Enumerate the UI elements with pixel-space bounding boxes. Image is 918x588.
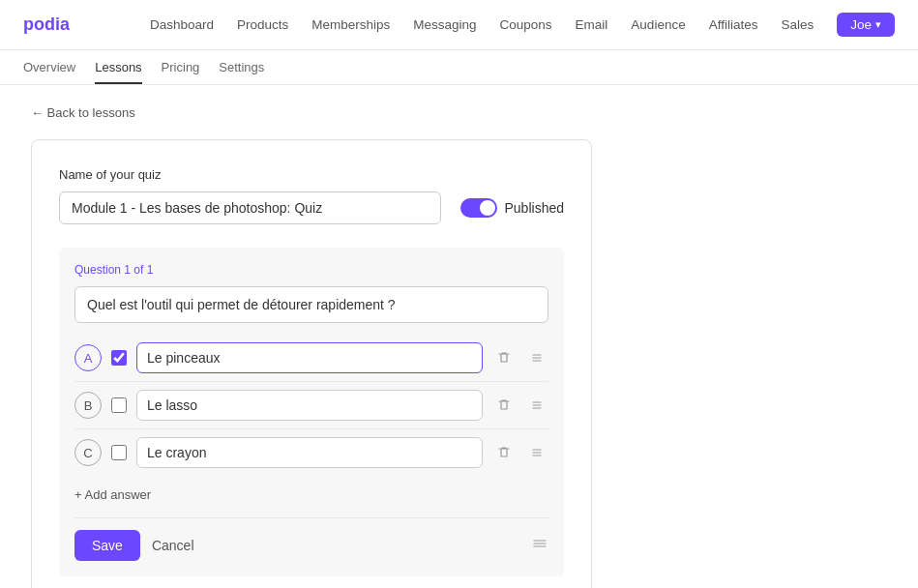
delete-answer-c-button[interactable] — [492, 443, 516, 462]
answer-row-b: B — [74, 382, 548, 429]
nav-products[interactable]: Products — [237, 17, 288, 32]
subnav-settings[interactable]: Settings — [219, 60, 264, 84]
nav-dashboard[interactable]: Dashboard — [150, 17, 214, 32]
subnav-pricing[interactable]: Pricing — [162, 60, 200, 84]
nav-audience[interactable]: Audience — [631, 17, 685, 32]
answer-row-c: C — [74, 429, 548, 476]
answer-input-b[interactable] — [136, 390, 483, 421]
drag-icon — [531, 539, 548, 555]
nav-affiliates[interactable]: Affiliates — [709, 17, 758, 32]
nav-email[interactable]: Email — [576, 17, 608, 32]
subnav-lessons[interactable]: Lessons — [95, 60, 141, 84]
quiz-name-input[interactable] — [59, 191, 441, 224]
answer-correct-checkbox-c[interactable] — [111, 445, 127, 460]
published-toggle-group: Published — [460, 198, 565, 218]
logo: podia — [23, 15, 70, 35]
question-section: Question 1 of 1 A B — [59, 248, 564, 576]
answer-letter-a: A — [74, 344, 102, 371]
back-to-lessons-link[interactable]: ← Back to lessons — [31, 105, 135, 120]
delete-answer-a-button[interactable] — [492, 348, 516, 368]
save-button[interactable]: Save — [74, 530, 140, 561]
user-menu-button[interactable]: Joe — [837, 13, 895, 37]
answers-list: A B — [74, 335, 548, 476]
subnav-overview[interactable]: Overview — [23, 60, 75, 84]
answer-letter-c: C — [74, 439, 102, 466]
published-toggle[interactable] — [460, 198, 497, 218]
drag-answer-b-button[interactable] — [525, 396, 548, 415]
answer-letter-b: B — [74, 392, 102, 419]
nav-memberships[interactable]: Memberships — [311, 17, 390, 32]
quiz-card: Name of your quiz Published Question 1 o… — [31, 139, 592, 588]
cancel-button[interactable]: Cancel — [152, 538, 194, 553]
action-bar-right — [531, 535, 548, 556]
nav-coupons[interactable]: Coupons — [500, 17, 552, 32]
answer-correct-checkbox-b[interactable] — [111, 397, 127, 413]
toggle-slider — [460, 198, 497, 218]
page: ← Back to lessons Name of your quiz Publ… — [0, 85, 918, 588]
question-counter: Question 1 of 1 — [74, 263, 548, 277]
subnav: Overview Lessons Pricing Settings — [0, 50, 918, 85]
nav-links: Dashboard Products Memberships Messaging… — [150, 13, 895, 37]
quiz-name-label: Name of your quiz — [59, 167, 564, 182]
answer-input-c[interactable] — [136, 437, 483, 468]
quiz-name-row: Published — [59, 191, 564, 224]
nav-messaging[interactable]: Messaging — [413, 17, 476, 32]
published-label: Published — [505, 200, 565, 216]
nav-sales[interactable]: Sales — [781, 17, 814, 32]
action-bar: Save Cancel — [74, 517, 548, 561]
delete-answer-b-button[interactable] — [492, 396, 516, 415]
answer-correct-checkbox-a[interactable] — [111, 350, 127, 366]
drag-answer-a-button[interactable] — [525, 348, 548, 368]
answer-input-a[interactable] — [136, 342, 483, 373]
question-text-input[interactable] — [74, 286, 548, 323]
drag-answer-c-button[interactable] — [525, 443, 548, 462]
answer-row-a: A — [74, 335, 548, 382]
add-answer-button[interactable]: + Add answer — [74, 487, 151, 502]
